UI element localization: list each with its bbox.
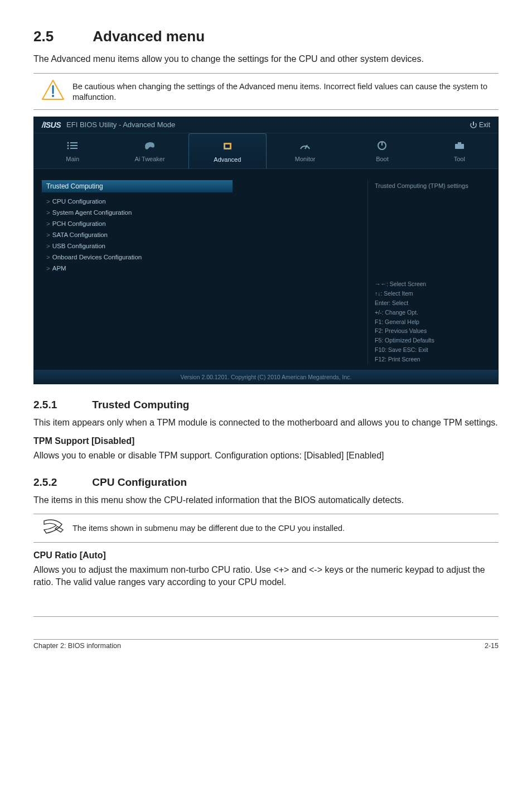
help-key-line: F1: General Help xyxy=(375,317,490,327)
tab-main-label: Main xyxy=(66,156,79,162)
tab-boot[interactable]: Boot xyxy=(344,133,420,168)
info-note: The items shown in submenu may be differ… xyxy=(33,514,499,543)
gauge-icon xyxy=(299,140,311,151)
svg-rect-7 xyxy=(70,145,78,146)
subsection-heading: 2.5.2 CPU Configuration xyxy=(33,476,499,489)
bios-version-footer: Version 2.00.1201. Copyright (C) 2010 Am… xyxy=(34,370,498,384)
menu-item-trusted-computing[interactable]: Trusted Computing xyxy=(42,180,233,192)
caution-icon xyxy=(41,78,65,104)
exit-label: Exit xyxy=(479,121,490,129)
svg-rect-9 xyxy=(70,148,78,149)
svg-point-8 xyxy=(67,147,69,149)
help-key-line: F5: Optimized Defaults xyxy=(375,336,490,345)
toolbox-icon xyxy=(453,140,466,151)
help-key-line: →←: Select Screen xyxy=(375,279,490,289)
help-key-line: +/-: Change Opt. xyxy=(375,308,490,317)
menu-item-label: Trusted Computing xyxy=(46,182,103,190)
intro-paragraph: The Advanced menu items allow you to cha… xyxy=(33,53,499,65)
bios-tabs: Main Ai Tweaker Advanced Monitor Boot xyxy=(34,133,498,169)
tab-ai-tweaker-label: Ai Tweaker xyxy=(134,156,165,162)
bios-window: /ISUS EFI BIOS Utility - Advanced Mode E… xyxy=(33,117,499,384)
svg-rect-3 xyxy=(473,122,474,125)
pencil-icon xyxy=(41,519,65,538)
menu-item-label: PCH Configuration xyxy=(52,220,106,227)
tab-advanced[interactable]: Advanced xyxy=(188,133,267,168)
bios-menu-list: Trusted Computing >CPU Configuration >Sy… xyxy=(42,180,360,364)
section-number: 2.5 xyxy=(33,28,89,45)
option-heading: TPM Support [Disabled] xyxy=(33,436,499,446)
footer-divider xyxy=(33,616,499,617)
menu-item-system-agent-configuration[interactable]: >System Agent Configuration xyxy=(42,207,360,218)
tab-monitor[interactable]: Monitor xyxy=(267,133,344,168)
subsection-body: This item appears only when a TPM module… xyxy=(33,417,499,429)
exit-button[interactable]: Exit xyxy=(470,121,490,129)
palette-icon xyxy=(143,140,156,151)
section-title-text: Advanced menu xyxy=(93,28,205,45)
bios-logo: /ISUS xyxy=(42,120,61,129)
option-body: Allows you to enable or disable TPM supp… xyxy=(33,450,499,462)
bios-header: /ISUS EFI BIOS Utility - Advanced Mode E… xyxy=(34,117,498,133)
svg-rect-5 xyxy=(70,142,78,143)
footer-right: 2-15 xyxy=(485,642,499,650)
svg-point-6 xyxy=(67,144,69,146)
menu-item-label: CPU Configuration xyxy=(52,198,106,205)
info-note-text: The items shown in submenu may be differ… xyxy=(72,524,499,533)
help-key-line: Enter: Select xyxy=(375,298,490,308)
help-description: Trusted Computing (TPM) settings xyxy=(375,180,490,189)
tab-monitor-label: Monitor xyxy=(295,156,316,162)
tab-advanced-label: Advanced xyxy=(214,156,241,163)
option-heading: CPU Ratio [Auto] xyxy=(33,550,499,561)
section-heading: 2.5 Advanced menu xyxy=(33,28,499,45)
tab-main[interactable]: Main xyxy=(34,133,111,168)
subsection-number: 2.5.2 xyxy=(33,476,89,489)
menu-item-pch-configuration[interactable]: >PCH Configuration xyxy=(42,218,360,229)
svg-point-4 xyxy=(67,142,69,143)
help-key-line: ↑↓: Select Item xyxy=(375,289,490,298)
subsection-heading: 2.5.1 Trusted Computing xyxy=(33,399,499,411)
page-footer: Chapter 2: BIOS information 2-15 xyxy=(33,639,499,650)
svg-point-2 xyxy=(52,95,54,97)
svg-rect-11 xyxy=(225,144,230,148)
tab-ai-tweaker[interactable]: Ai Tweaker xyxy=(111,133,188,168)
menu-item-label: System Agent Configuration xyxy=(52,209,132,216)
list-icon xyxy=(66,140,79,151)
subsection-title: Trusted Computing xyxy=(92,399,189,410)
help-key-line: F2: Previous Values xyxy=(375,326,490,336)
caution-note: Be cautious when changing the settings o… xyxy=(33,73,499,110)
subsection-title: CPU Configuration xyxy=(92,476,187,488)
tab-tool[interactable]: Tool xyxy=(421,133,498,168)
menu-item-label: APM xyxy=(52,265,66,272)
power-icon xyxy=(376,140,388,151)
menu-item-label: SATA Configuration xyxy=(52,231,108,238)
help-key-line: F12: Print Screen xyxy=(375,355,490,364)
tab-boot-label: Boot xyxy=(376,156,389,162)
help-keys: →←: Select Screen ↑↓: Select Item Enter:… xyxy=(375,279,490,364)
footer-left: Chapter 2: BIOS information xyxy=(33,642,121,650)
menu-item-usb-configuration[interactable]: >USB Configuration xyxy=(42,240,360,252)
bios-title: EFI BIOS Utility - Advanced Mode xyxy=(66,120,175,129)
menu-item-label: USB Configuration xyxy=(52,243,105,249)
tab-tool-label: Tool xyxy=(454,156,465,162)
option-body: Allows you to adjust the maximum non-tur… xyxy=(33,564,499,588)
menu-item-sata-configuration[interactable]: >SATA Configuration xyxy=(42,229,360,240)
menu-item-apm[interactable]: >APM xyxy=(42,263,360,274)
subsection-body: The items in this menu show the CPU-rela… xyxy=(33,494,499,506)
menu-item-onboard-devices-configuration[interactable]: >Onboard Devices Configuration xyxy=(42,252,360,263)
svg-rect-15 xyxy=(455,144,464,149)
svg-rect-16 xyxy=(458,142,461,144)
menu-item-cpu-configuration[interactable]: >CPU Configuration xyxy=(42,196,360,207)
caution-text: Be cautious when changing the settings o… xyxy=(72,78,499,103)
subsection-number: 2.5.1 xyxy=(33,399,89,411)
chip-icon xyxy=(221,141,234,152)
menu-item-label: Onboard Devices Configuration xyxy=(52,254,142,260)
help-key-line: F10: Save ESC: Exit xyxy=(375,345,490,355)
